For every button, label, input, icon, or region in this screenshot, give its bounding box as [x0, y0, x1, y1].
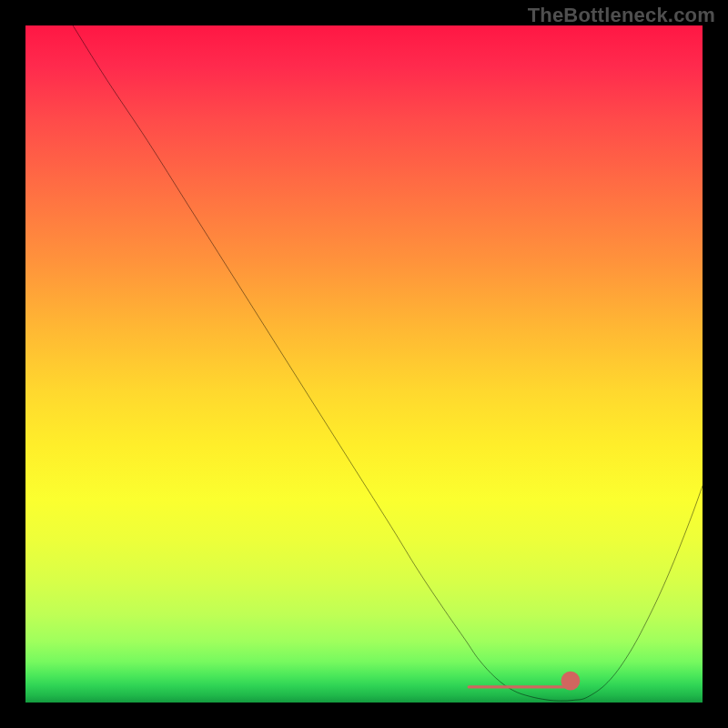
plot-area: [25, 25, 703, 703]
curve-layer: [25, 25, 703, 703]
end-dot-icon: [561, 672, 581, 691]
chart-frame: TheBottleneck.com: [0, 0, 728, 728]
bottleneck-curve: [73, 25, 703, 701]
watermark-text: TheBottleneck.com: [528, 4, 715, 27]
